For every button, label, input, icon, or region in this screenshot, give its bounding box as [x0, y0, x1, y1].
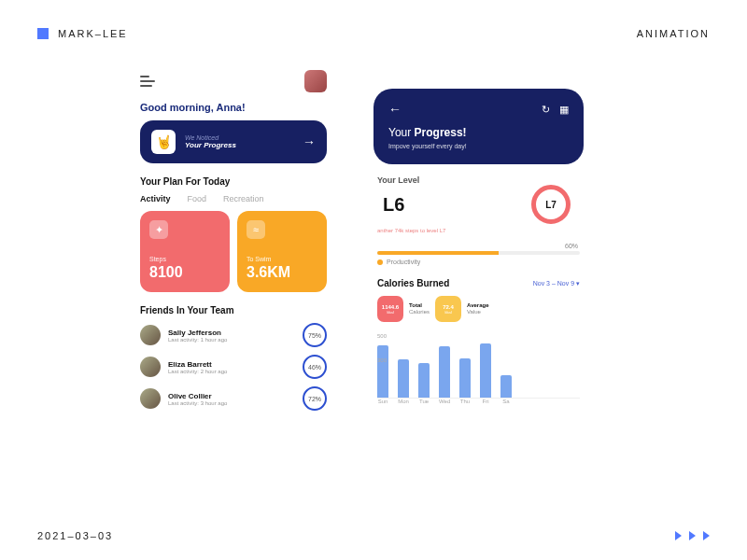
animation-label: ANIMATION: [637, 28, 710, 39]
progress-bar: [377, 251, 580, 255]
progress-banner[interactable]: 🤘 We Noticed Your Progress →: [140, 120, 327, 163]
friend-name: Olive Collier: [168, 392, 295, 400]
friend-name: Sally Jefferson: [168, 329, 295, 337]
friend-activity: Last activity: 2 hour ago: [168, 369, 295, 374]
friends-title: Friends In Your Team: [140, 305, 327, 315]
tab-activity[interactable]: Activity: [140, 194, 171, 203]
refresh-icon[interactable]: ↻: [542, 104, 550, 116]
level-current: L6: [377, 194, 404, 216]
friend-name: Eliza Barrett: [168, 360, 295, 369]
friend-activity: Last activity: 1 hour ago: [168, 337, 295, 343]
arrow-right-icon: →: [303, 134, 316, 149]
productivity-label: Productivity: [377, 259, 580, 265]
play-icon: [689, 531, 696, 540]
friend-progress-ring: 72%: [303, 386, 327, 411]
card-swim-value: 3.6KM: [247, 264, 317, 281]
chart-xlabel: Thu: [459, 399, 471, 404]
chart-bar: [480, 343, 491, 398]
run-icon: ✦: [149, 220, 168, 239]
play-icon: [703, 531, 710, 540]
footer-date: 2021–03–03: [37, 530, 113, 541]
friend-progress-ring: 46%: [303, 355, 327, 379]
friend-row[interactable]: Olive Collier Last activity: 3 hour ago …: [140, 386, 327, 411]
card-swim-label: To Swim: [247, 256, 317, 262]
card-steps-value: 8100: [149, 264, 220, 281]
banner-line2: Your Progress: [185, 141, 293, 149]
play-icon: [675, 531, 682, 540]
dot-icon: [377, 259, 383, 265]
swim-icon: ≈: [247, 220, 265, 239]
date-range-picker[interactable]: Nov 3 – Nov 9 ▾: [533, 280, 580, 287]
progress-subtitle: Impove yourself every day!: [388, 143, 569, 149]
chart-bar: [439, 346, 450, 398]
brand-square: [37, 28, 49, 39]
plan-title: Your Plan For Today: [140, 176, 327, 187]
friend-avatar: [140, 325, 161, 345]
progress-header-card: ← ↻ ▦ Your Progress! Impove yourself eve…: [374, 89, 584, 164]
chart-ylabel-top: 500: [377, 333, 580, 339]
calendar-icon[interactable]: ▦: [559, 104, 569, 116]
level-next-ring: L7: [531, 185, 571, 224]
calories-title: Calories Burned: [377, 278, 449, 288]
menu-icon[interactable]: [140, 76, 155, 87]
friend-activity: Last activity: 3 hour ago: [168, 400, 295, 406]
chart-bar: [398, 359, 409, 398]
chart-xlabel: Tue: [418, 399, 430, 404]
chart-xlabel: Sun: [377, 399, 388, 404]
friend-progress-ring: 75%: [303, 323, 327, 347]
tab-recreation[interactable]: Recreation: [223, 194, 264, 203]
chart-bar: [377, 345, 388, 398]
card-swim[interactable]: ≈ To Swim 3.6KM: [237, 211, 327, 292]
friend-row[interactable]: Sally Jefferson Last activity: 1 hour ag…: [140, 323, 327, 347]
avatar[interactable]: [304, 70, 327, 92]
chart-xlabel: Wed: [439, 399, 450, 404]
screen-home: Good morning, Anna! 🤘 We Noticed Your Pr…: [140, 70, 327, 418]
stat-total: 1144.6kkal: [377, 296, 403, 322]
friend-avatar: [140, 357, 161, 377]
plan-tabs: Activity Food Recreation: [140, 194, 327, 203]
footer-arrows[interactable]: [675, 531, 710, 540]
card-steps-label: Steps: [149, 256, 220, 262]
level-sub: anther 74k steps to level L7: [377, 228, 584, 233]
stat-avg: 72.4kkal: [435, 296, 461, 322]
level-heading: Your Level: [374, 175, 584, 185]
brand-text: MARK–LEE: [58, 28, 128, 39]
brand: MARK–LEE: [37, 28, 128, 39]
banner-line1: We Noticed: [185, 134, 293, 141]
tab-food[interactable]: Food: [188, 194, 207, 203]
stat-total-label: TotalCalories: [409, 302, 430, 315]
back-icon[interactable]: ←: [388, 102, 402, 117]
rock-hand-icon: 🤘: [151, 130, 176, 154]
chart-bar: [459, 358, 471, 398]
chart-xlabel: Fri: [480, 399, 491, 404]
screen-progress: ← ↻ ▦ Your Progress! Impove yourself eve…: [374, 89, 584, 404]
chart-bar: [418, 363, 430, 398]
card-steps[interactable]: ✦ Steps 8100: [140, 211, 230, 292]
chart-xlabel: Mon: [398, 399, 409, 404]
greeting: Good morning, Anna!: [140, 102, 327, 113]
friend-row[interactable]: Eliza Barrett Last activity: 2 hour ago …: [140, 355, 327, 379]
chart-xlabel: Sa: [500, 399, 512, 404]
progress-title: Your Progress!: [388, 126, 569, 139]
calories-chart: 500 300 SunMonTueWedThuFriSa: [374, 333, 584, 404]
chart-bar: [500, 375, 512, 398]
progress-percent: 60%: [374, 243, 584, 249]
stat-avg-label: AverageValue: [467, 302, 488, 315]
friend-avatar: [140, 388, 161, 409]
